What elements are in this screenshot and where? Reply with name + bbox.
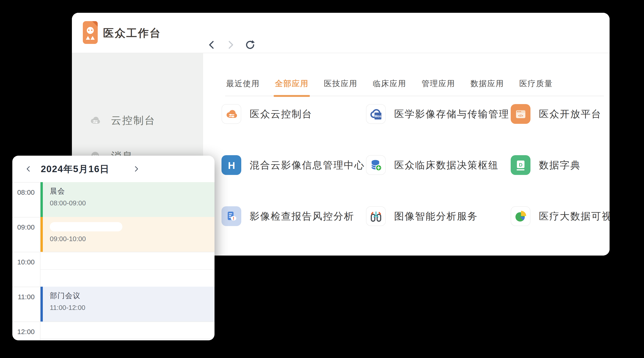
calendar-event-department-meeting[interactable]: 部门会议 11:00-12:00 bbox=[40, 287, 214, 322]
event-time: 08:00-09:00 bbox=[50, 199, 214, 207]
app-open-platform[interactable]: </> 医众开放平台 bbox=[511, 104, 602, 124]
time-label: 11:00 bbox=[12, 293, 35, 301]
event-title: 部门会议 bbox=[50, 291, 214, 301]
nav-back-button[interactable] bbox=[206, 39, 218, 51]
app-data-dictionary[interactable]: D 数据字典 bbox=[511, 155, 581, 175]
app-label: 图像智能分析服务 bbox=[394, 210, 478, 223]
code-browser-icon: </> bbox=[511, 104, 530, 124]
svg-text:D: D bbox=[519, 162, 522, 168]
blue-cloud-mos-icon: Mos bbox=[366, 104, 386, 124]
back-chevron-icon bbox=[206, 39, 217, 50]
tab-data-apps[interactable]: 数据应用 bbox=[470, 72, 505, 96]
svg-text:H: H bbox=[228, 160, 235, 171]
calendar-date-title: 2024年5月16日 bbox=[28, 156, 122, 182]
main-content: 最近使用 全部应用 医技应用 临床应用 管理应用 数据应用 医疗质量 bbox=[203, 53, 610, 256]
app-pacs[interactable]: Mos 医学影像存储与传输管理 bbox=[366, 104, 509, 124]
app-label: 医疗大数据可视化 bbox=[539, 210, 610, 223]
chevron-right-icon bbox=[132, 165, 140, 173]
app-label: 混合云影像信息管理中心 bbox=[250, 159, 365, 172]
app-report-risk-analysis[interactable]: ! 影像检查报告风控分析 bbox=[222, 206, 354, 226]
time-label: 10:00 bbox=[12, 258, 35, 266]
time-label: 12:00 bbox=[12, 328, 35, 336]
app-label: 医众临床数据决策枢纽 bbox=[394, 159, 499, 172]
refresh-button[interactable] bbox=[244, 39, 256, 51]
calendar-day-grid: 08:00 09:00 10:00 11:00 12:00 晨会 08:00-0… bbox=[12, 182, 214, 340]
app-label: 医众开放平台 bbox=[539, 108, 602, 121]
tab-all-apps[interactable]: 全部应用 bbox=[274, 72, 310, 96]
calendar-panel: 2024年5月16日 08:00 09:00 10:00 11:00 12:00… bbox=[12, 156, 214, 340]
app-clinical-data-hub[interactable]: 医众临床数据决策枢纽 bbox=[366, 155, 499, 175]
app-image-ai-analysis[interactable]: 图像智能分析服务 bbox=[366, 206, 478, 226]
green-dictionary-icon: D bbox=[511, 155, 530, 175]
orange-cloud-sliders-icon bbox=[222, 104, 241, 124]
blue-h-icon: H bbox=[222, 155, 241, 175]
event-title: 晨会 bbox=[50, 186, 214, 196]
app-bigdata-visualization[interactable]: 医疗大数据可视化 bbox=[511, 206, 610, 226]
sidebar-item-cloud-console[interactable]: 云控制台 bbox=[89, 113, 156, 128]
window-header: 医众工作台 bbox=[72, 13, 610, 53]
tab-quality[interactable]: 医疗质量 bbox=[518, 72, 554, 96]
app-label: 数据字典 bbox=[539, 159, 581, 172]
redacted-event-title-pill bbox=[50, 222, 122, 231]
calendar-event-redacted[interactable]: 09:00-10:00 bbox=[40, 217, 214, 252]
forward-chevron-icon bbox=[225, 39, 236, 50]
calendar-header: 2024年5月16日 bbox=[12, 156, 214, 182]
hour-line bbox=[12, 252, 214, 252]
sidebar-item-label: 云控制台 bbox=[111, 114, 156, 127]
app-logo-icon bbox=[83, 21, 98, 44]
time-label: 08:00 bbox=[12, 188, 35, 196]
app-label: 医众云控制台 bbox=[250, 108, 312, 121]
app-hybrid-cloud-imaging[interactable]: H 混合云影像信息管理中心 bbox=[222, 155, 365, 175]
calendar-event-morning-meeting[interactable]: 晨会 08:00-09:00 bbox=[40, 182, 214, 217]
tab-recent[interactable]: 最近使用 bbox=[225, 72, 260, 96]
svg-text:Mos: Mos bbox=[374, 114, 381, 118]
cloud-settings-icon bbox=[89, 114, 101, 126]
database-plus-icon bbox=[366, 155, 386, 175]
event-time: 09:00-10:00 bbox=[50, 235, 214, 243]
half-hour-line bbox=[40, 338, 214, 339]
svg-text:!: ! bbox=[233, 216, 234, 221]
refresh-icon bbox=[244, 39, 256, 50]
tab-clinical-apps[interactable]: 临床应用 bbox=[372, 72, 407, 96]
lungs-icon bbox=[366, 206, 386, 226]
tab-medtech-apps[interactable]: 医技应用 bbox=[323, 72, 358, 96]
calendar-next-day-button[interactable] bbox=[130, 163, 142, 175]
event-time: 11:00-12:00 bbox=[50, 304, 214, 312]
app-title: 医众工作台 bbox=[103, 13, 161, 53]
half-hour-line bbox=[40, 269, 214, 270]
svg-text:</>: </> bbox=[518, 113, 523, 117]
nav-forward-button[interactable] bbox=[224, 39, 236, 51]
report-warning-icon: ! bbox=[222, 206, 241, 226]
time-label: 09:00 bbox=[12, 223, 35, 231]
app-label: 影像检查报告风控分析 bbox=[250, 210, 354, 223]
tab-management-apps[interactable]: 管理应用 bbox=[421, 72, 456, 96]
tab-bar: 最近使用 全部应用 医技应用 临床应用 管理应用 数据应用 医疗质量 bbox=[225, 72, 604, 96]
hour-line bbox=[12, 322, 214, 322]
app-cloud-console[interactable]: 医众云控制台 bbox=[222, 104, 312, 124]
pie-chart-icon bbox=[511, 206, 530, 226]
app-label: 医学影像存储与传输管理 bbox=[394, 108, 509, 121]
